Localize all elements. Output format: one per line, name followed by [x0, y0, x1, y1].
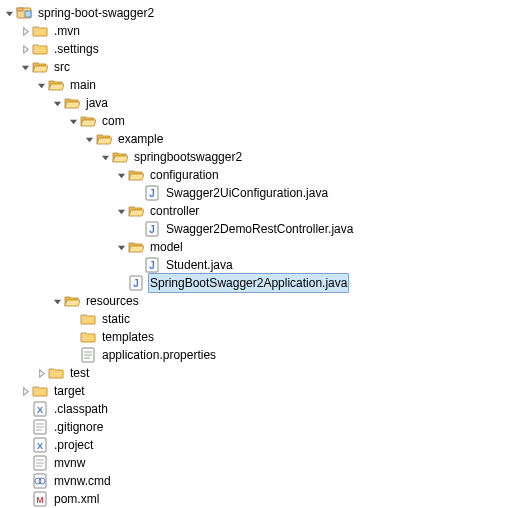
tree-node[interactable]: mvnw [4, 454, 510, 472]
arrow-spacer [132, 260, 142, 270]
folder-icon [32, 383, 48, 399]
tree-node[interactable]: application.properties [4, 346, 510, 364]
tree-node[interactable]: src [4, 58, 510, 76]
tree-node-label: .gitignore [52, 418, 105, 436]
tree-node-label: static [100, 310, 132, 328]
expand-arrow-closed[interactable] [20, 44, 30, 54]
tree-node-label: example [116, 130, 165, 148]
svg-rect-2 [25, 11, 31, 17]
tree-node[interactable]: target [4, 382, 510, 400]
tree-node[interactable]: JSpringBootSwagger2Application.java [4, 274, 510, 292]
svg-text:X: X [37, 405, 43, 415]
arrow-spacer [20, 422, 30, 432]
java-file-icon: J [144, 257, 160, 273]
folder-icon [80, 311, 96, 327]
tree-node[interactable]: test [4, 364, 510, 382]
xml-file-icon: X [32, 401, 48, 417]
text-file-icon [32, 419, 48, 435]
tree-node-label: target [52, 382, 87, 400]
expand-arrow-open[interactable] [52, 296, 62, 306]
expand-arrow-open[interactable] [100, 152, 110, 162]
svg-rect-1 [17, 8, 23, 11]
svg-text:J: J [149, 188, 155, 199]
tree-node[interactable]: X.project [4, 436, 510, 454]
tree-node[interactable]: .gitignore [4, 418, 510, 436]
tree-node[interactable]: Mpom.xml [4, 490, 510, 508]
expand-arrow-open[interactable] [116, 242, 126, 252]
tree-node[interactable]: configuration [4, 166, 510, 184]
expand-arrow-open[interactable] [68, 116, 78, 126]
tree-node-label: resources [84, 292, 141, 310]
expand-arrow-closed[interactable] [20, 26, 30, 36]
properties-file-icon [80, 347, 96, 363]
folder-open-icon [128, 167, 144, 183]
tree-node-label: pom.xml [52, 490, 101, 508]
tree-node-label: configuration [148, 166, 221, 184]
arrow-spacer [20, 458, 30, 468]
tree-node[interactable]: resources [4, 292, 510, 310]
tree-node[interactable]: mvnw.cmd [4, 472, 510, 490]
tree-node[interactable]: model [4, 238, 510, 256]
tree-node[interactable]: spring-boot-swagger2 [4, 4, 510, 22]
tree-node-label: .project [52, 436, 95, 454]
tree-node-label: templates [100, 328, 156, 346]
arrow-spacer [68, 314, 78, 324]
arrow-spacer [132, 188, 142, 198]
expand-arrow-open[interactable] [36, 80, 46, 90]
tree-node-label: Swagger2DemoRestController.java [164, 220, 355, 238]
tree-node[interactable]: java [4, 94, 510, 112]
folder-open-icon [48, 77, 64, 93]
expand-arrow-open[interactable] [116, 170, 126, 180]
expand-arrow-open[interactable] [116, 206, 126, 216]
maven-file-icon: M [32, 491, 48, 507]
tree-node-label: src [52, 58, 72, 76]
tree-node[interactable]: .mvn [4, 22, 510, 40]
tree-node-label: .classpath [52, 400, 110, 418]
tree-node[interactable]: springbootswagger2 [4, 148, 510, 166]
java-file-icon: J [128, 275, 144, 291]
tree-node-label: springbootswagger2 [132, 148, 244, 166]
tree-node[interactable]: JSwagger2DemoRestController.java [4, 220, 510, 238]
tree-node-label: Student.java [164, 256, 235, 274]
tree-node-label: mvnw [52, 454, 87, 472]
expand-arrow-open[interactable] [4, 8, 14, 18]
project-icon [16, 5, 32, 21]
tree-node-label: Swagger2UiConfiguration.java [164, 184, 330, 202]
tree-node-label: main [68, 76, 98, 94]
folder-icon [80, 329, 96, 345]
expand-arrow-open[interactable] [20, 62, 30, 72]
folder-open-icon [80, 113, 96, 129]
tree-node[interactable]: com [4, 112, 510, 130]
svg-text:J: J [149, 260, 155, 271]
expand-arrow-closed[interactable] [36, 368, 46, 378]
folder-open-icon [128, 239, 144, 255]
tree-node[interactable]: JStudent.java [4, 256, 510, 274]
tree-node[interactable]: JSwagger2UiConfiguration.java [4, 184, 510, 202]
tree-node[interactable]: X.classpath [4, 400, 510, 418]
tree-node-label: SpringBootSwagger2Application.java [148, 273, 349, 293]
tree-node-label: test [68, 364, 91, 382]
tree-node-label: .settings [52, 40, 101, 58]
tree-node[interactable]: main [4, 76, 510, 94]
tree-node[interactable]: example [4, 130, 510, 148]
folder-open-icon [64, 95, 80, 111]
tree-node[interactable]: controller [4, 202, 510, 220]
tree-node[interactable]: templates [4, 328, 510, 346]
folder-icon [48, 365, 64, 381]
text-file-icon [32, 455, 48, 471]
tree-node[interactable]: .settings [4, 40, 510, 58]
folder-open-icon [112, 149, 128, 165]
java-file-icon: J [144, 185, 160, 201]
svg-rect-27 [34, 474, 46, 488]
arrow-spacer [20, 476, 30, 486]
expand-arrow-open[interactable] [84, 134, 94, 144]
expand-arrow-open[interactable] [52, 98, 62, 108]
svg-text:J: J [149, 224, 155, 235]
expand-arrow-closed[interactable] [20, 386, 30, 396]
arrow-spacer [20, 494, 30, 504]
tree-node-label: .mvn [52, 22, 82, 40]
tree-node[interactable]: static [4, 310, 510, 328]
tree-node-label: java [84, 94, 110, 112]
arrow-spacer [20, 404, 30, 414]
tree-node-label: controller [148, 202, 201, 220]
